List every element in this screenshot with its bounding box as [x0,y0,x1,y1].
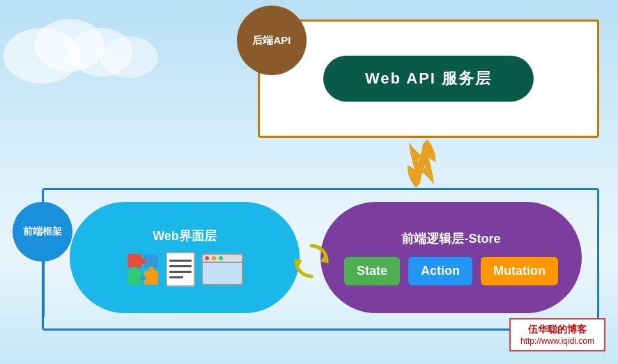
svg-point-11 [148,267,154,272]
svg-rect-5 [144,254,158,268]
blog-name: 伍华聪的博客 [520,324,594,336]
sync-arrows-icon [293,242,331,280]
svg-rect-7 [144,271,158,285]
svg-rect-13 [169,260,192,262]
svg-point-10 [132,267,137,272]
svg-rect-4 [128,254,141,268]
svg-point-19 [205,256,209,260]
blog-url: http://www.iqidi.com [520,336,594,346]
frontend-framework-circle: 前端框架 [13,202,72,262]
blog-info-box: 伍华聪的博客 http://www.iqidi.com [509,318,605,351]
svg-point-8 [140,258,146,264]
svg-rect-16 [169,276,183,278]
store-layer-pill: 前端逻辑层-Store State Action Mutation [320,202,582,313]
svg-point-21 [219,256,223,260]
store-layer-title: 前端逻辑层-Store [401,230,500,247]
web-api-container: Web API 服务层 [258,19,599,138]
backend-api-label: 后端API [252,34,291,47]
exchange-arrows-icon [401,136,442,191]
web-layer-icons [126,251,243,287]
svg-point-20 [212,256,216,260]
store-badges: State Action Mutation [344,257,558,285]
web-layer-title: Web界面层 [153,228,217,244]
cloud-decoration [0,0,209,111]
svg-point-9 [140,275,146,280]
action-badge: Action [408,257,472,285]
backend-api-circle: 后端API [237,6,307,75]
puzzle-icon [126,253,160,286]
svg-rect-6 [128,271,141,285]
svg-rect-14 [169,265,192,267]
document-icon [165,251,196,287]
svg-rect-15 [169,271,192,273]
state-badge: State [344,257,400,285]
window-icon [201,253,243,285]
frontend-framework-label: 前端框架 [23,225,62,238]
web-api-label: Web API 服务层 [323,56,534,102]
web-layer-pill: Web界面层 [70,202,300,313]
svg-point-3 [100,36,158,78]
svg-rect-12 [167,253,194,286]
mutation-badge: Mutation [481,257,558,285]
